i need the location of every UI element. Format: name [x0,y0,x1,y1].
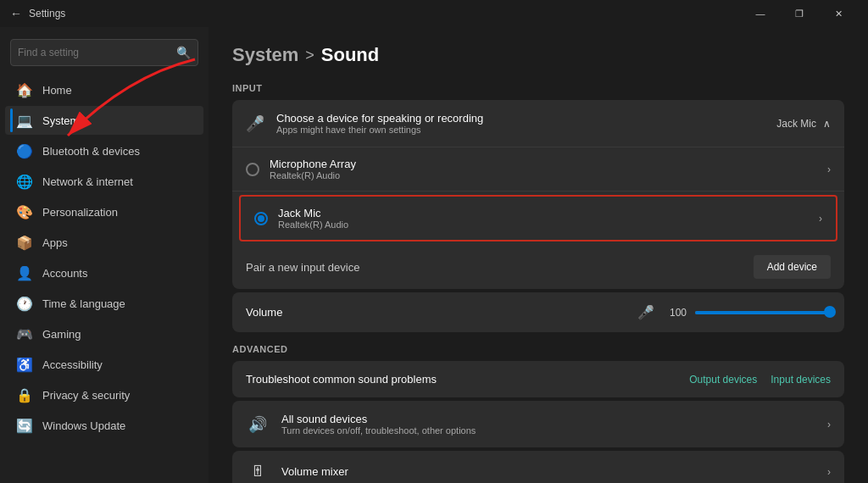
volume-label: Volume [246,306,637,319]
sidebar-item-label: Accessibility [42,358,103,371]
mic-array-title: Microphone Array [270,158,827,170]
sidebar-item-label: Accounts [42,267,87,280]
gaming-icon: 🎮 [17,326,32,341]
sidebar-item-home[interactable]: 🏠 Home [5,75,203,104]
all-sound-text: All sound devices Turn devices on/off, t… [281,413,827,436]
app-title: Settings [29,8,65,19]
main-content: System > Sound Input 🎤 Choose a device f… [209,27,868,483]
accessibility-icon: ♿ [17,357,32,372]
volume-mic-icon: 🎤 [637,304,654,320]
input-devices-link[interactable]: Input devices [771,374,831,386]
sidebar-item-network[interactable]: 🌐 Network & internet [5,167,203,196]
selected-device-name: Jack Mic [776,118,816,130]
volume-mixer-text: Volume mixer [281,465,827,478]
choose-device-text: Choose a device for speaking or recordin… [276,112,776,135]
sidebar-item-gaming[interactable]: 🎮 Gaming [5,319,203,348]
search-icon[interactable]: 🔍 [176,46,191,59]
jack-mic-text: Jack Mic Realtek(R) Audio [278,207,819,230]
sidebar-item-bluetooth[interactable]: 🔵 Bluetooth & devices [5,136,203,165]
search-input[interactable] [18,47,176,58]
all-sound-title: All sound devices [281,413,827,425]
sidebar-item-label: Home [42,84,72,97]
back-icon[interactable]: ← [10,7,22,20]
mic-array-text: Microphone Array Realtek(R) Audio [270,158,827,180]
sidebar-item-label: Gaming [42,328,81,341]
add-device-button[interactable]: Add device [754,255,831,279]
system-icon: 💻 [17,113,32,128]
all-sound-devices-row[interactable]: 🔊 All sound devices Turn devices on/off,… [232,401,844,447]
all-sound-sub: Turn devices on/off, troubleshoot, other… [281,425,827,436]
update-icon: 🔄 [17,418,32,433]
volume-mixer-icon: 🎚 [246,463,270,480]
volume-row: Volume 🎤 100 [232,292,844,332]
input-section-label: Input [232,83,844,93]
volume-mixer-title: Volume mixer [281,465,827,478]
volume-mixer-row[interactable]: 🎚 Volume mixer › [232,451,844,483]
volume-slider-thumb [824,306,836,318]
title-bar: ← Settings — ❐ ✕ [0,0,868,27]
breadcrumb: System > Sound [232,44,844,66]
apps-icon: 📦 [17,235,32,250]
app-body: 🔍 🏠 Home 💻 System 🔵 Bluetooth & devices … [0,27,868,483]
sidebar-item-accessibility[interactable]: ♿ Accessibility [5,350,203,379]
mic-array-radio[interactable] [246,163,259,176]
jack-mic-title: Jack Mic [278,207,819,219]
pair-text: Pair a new input device [246,261,754,274]
input-card: 🎤 Choose a device for speaking or record… [232,100,844,289]
mic-array-sub: Realtek(R) Audio [270,170,827,180]
mic-array-row[interactable]: Microphone Array Realtek(R) Audio › [232,147,844,192]
jack-mic-row[interactable]: Jack Mic Realtek(R) Audio › [241,197,836,240]
network-icon: 🌐 [17,174,32,189]
all-sound-chevron: › [827,419,831,430]
jack-mic-sub: Realtek(R) Audio [278,219,819,230]
sidebar-item-label: Apps [42,236,68,249]
breadcrumb-separator: > [305,47,314,64]
output-devices-link[interactable]: Output devices [689,374,757,386]
microphone-icon: 🎤 [246,114,264,133]
privacy-icon: 🔒 [17,387,32,402]
choose-device-header[interactable]: 🎤 Choose a device for speaking or record… [232,100,844,147]
sidebar-item-label: Personalization [42,206,118,219]
sidebar-item-label: Network & internet [42,175,133,188]
chevron-up-icon: ∧ [823,118,831,130]
advanced-section: Advanced Troubleshoot common sound probl… [232,344,844,483]
title-bar-left: ← Settings [10,7,741,20]
search-box[interactable]: 🔍 [10,39,198,66]
sidebar-item-apps[interactable]: 📦 Apps [5,228,203,257]
maximize-button[interactable]: ❐ [780,0,819,27]
sidebar-item-label: System [42,114,79,127]
active-bar [10,108,13,132]
mic-array-chevron: › [827,164,831,175]
sidebar-item-label: Time & language [42,297,125,310]
jack-mic-radio[interactable] [254,212,268,225]
bluetooth-icon: 🔵 [17,143,32,158]
sidebar-item-label: Windows Update [42,419,125,432]
sidebar-item-label: Bluetooth & devices [42,145,140,158]
breadcrumb-parent[interactable]: System [232,44,298,66]
close-button[interactable]: ✕ [819,0,858,27]
time-icon: 🕐 [17,296,32,311]
home-icon: 🏠 [17,82,32,97]
volume-right: 🎤 100 [637,304,831,320]
radio-fill [258,215,264,222]
personalization-icon: 🎨 [17,204,32,219]
volume-slider-fill [695,311,831,314]
sidebar-item-accounts[interactable]: 👤 Accounts [5,258,203,287]
volume-slider-track[interactable] [695,311,831,314]
choose-device-sub: Apps might have their own settings [276,125,776,135]
breadcrumb-current: Sound [321,44,379,66]
sidebar-item-privacy[interactable]: 🔒 Privacy & security [5,380,203,409]
choose-device-right: Jack Mic ∧ [776,118,831,130]
sidebar-item-update[interactable]: 🔄 Windows Update [5,411,203,440]
jack-mic-selected-wrapper: Jack Mic Realtek(R) Audio › [239,195,837,242]
sidebar-item-label: Privacy & security [42,389,130,402]
volume-mixer-chevron: › [827,466,831,478]
minimize-button[interactable]: — [741,0,780,27]
sidebar-item-personalization[interactable]: 🎨 Personalization [5,197,203,226]
volume-value: 100 [663,307,687,319]
title-bar-controls: — ❐ ✕ [741,0,858,27]
sidebar: 🔍 🏠 Home 💻 System 🔵 Bluetooth & devices … [0,27,209,483]
choose-device-title: Choose a device for speaking or recordin… [276,112,776,125]
sidebar-item-system[interactable]: 💻 System [5,106,203,135]
sidebar-item-time[interactable]: 🕐 Time & language [5,289,203,318]
